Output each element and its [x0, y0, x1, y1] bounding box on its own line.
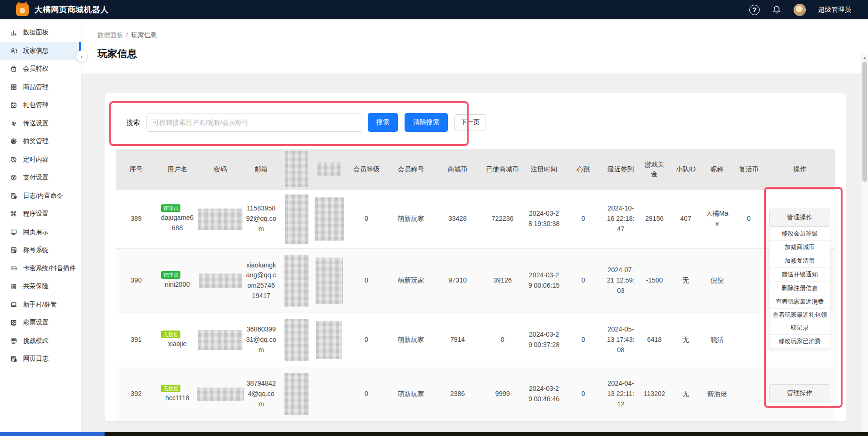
- topbar: 大橘网页商城机器人 ? 超级管理员: [0, 0, 868, 19]
- operations-menu-item[interactable]: 删除注册信息: [770, 282, 830, 295]
- breadcrumb-current: 玩家信息: [131, 31, 157, 40]
- sidebar-item-9[interactable]: 支付设置: [0, 169, 81, 187]
- cell-member-level-text: 0: [365, 275, 368, 286]
- operations-menu-item[interactable]: 加减复活币: [770, 254, 830, 268]
- cell-team-id: 407: [670, 190, 701, 248]
- cell-used-coins: 0: [481, 313, 524, 367]
- operations-menu-item[interactable]: 查看玩家最近消费: [770, 295, 830, 309]
- sidebar-item-label: 程序设置: [23, 210, 49, 218]
- vertical-scrollbar[interactable]: ▲: [861, 54, 868, 432]
- sidebar-item-label: 数据面板: [23, 28, 49, 37]
- sidebar-item-4[interactable]: 商品管理: [0, 78, 81, 97]
- help-icon[interactable]: ?: [749, 5, 760, 15]
- manage-operations-button[interactable]: 管理操作: [769, 209, 830, 226]
- table-row: 390管理员nini2000xiaokangkang@qq.com2574619…: [116, 248, 835, 313]
- sidebar-item-14[interactable]: 卡密系统/抖音插件: [0, 259, 81, 278]
- cell-member-title-text: 萌新玩家: [398, 275, 424, 286]
- operations-menu-item[interactable]: 查看玩家最近礼包领取记录: [770, 309, 830, 335]
- sidebar-item-16[interactable]: 新手村/群管: [0, 296, 81, 314]
- wheel-icon: [9, 137, 17, 145]
- sidebar-item-10[interactable]: 日志/内置命令: [0, 187, 81, 205]
- operations-menu-item[interactable]: 修改会员等级: [770, 227, 830, 241]
- table-header-cell: 密码: [198, 149, 242, 189]
- clear-search-button[interactable]: 清除搜索: [405, 113, 448, 132]
- cell-seq-text: 390: [130, 275, 141, 286]
- cell-game-usd: 29156: [639, 190, 670, 248]
- operations-menu-item[interactable]: 修改玩家已消费: [770, 335, 830, 348]
- table-header-cell: [280, 149, 313, 189]
- sidebar-item-5[interactable]: 礼包管理: [0, 96, 81, 114]
- operations-menu-item[interactable]: 赠送开锁通知: [770, 268, 830, 282]
- cell-coins-text: 7914: [450, 335, 465, 345]
- cell-heartbeat: 0: [564, 190, 603, 248]
- scroll-up-arrow-icon[interactable]: ▲: [861, 54, 868, 61]
- cell-email-text: 3686039931@qq.com: [246, 324, 276, 355]
- cell-used-coins: 9999: [481, 367, 524, 421]
- blurred-value: [284, 255, 309, 307]
- sidebar-item-6[interactable]: 传送设置: [0, 114, 81, 133]
- laptop-icon: [9, 300, 17, 308]
- main-area: 数据面板 / 玩家信息 玩家信息 搜索 搜索 清除搜索 下一页: [81, 19, 868, 436]
- cell-last-signin: 2024-04-13 22:11:12: [603, 367, 639, 421]
- command-icon: [9, 210, 17, 218]
- blurred-value: [316, 258, 343, 304]
- cell-team-id-text: 无: [682, 275, 689, 286]
- cell-game-usd: 113202: [639, 367, 670, 421]
- sidebar-item-7[interactable]: 抽奖管理: [0, 132, 81, 151]
- operations-menu-item[interactable]: 加减商城币: [770, 241, 830, 254]
- sidebar-item-19[interactable]: 网页日志: [0, 350, 81, 368]
- cell-blurred-1: [280, 367, 313, 421]
- search-button[interactable]: 搜索: [368, 113, 398, 132]
- sidebar-item-label: 日志/内置命令: [23, 192, 63, 200]
- bar-chart-icon: [9, 29, 17, 37]
- username-text: dajugame6688: [160, 213, 195, 233]
- ticket-icon: [9, 319, 17, 327]
- sidebar-item-12[interactable]: 网页展示: [0, 223, 81, 242]
- sidebar-item-17[interactable]: 彩票设置: [0, 314, 81, 332]
- next-page-button[interactable]: 下一页: [454, 114, 486, 130]
- cell-password: [198, 249, 242, 313]
- content-card: 搜索 搜索 清除搜索 下一页 序号用户名密码邮箱会员等级会员称号商城币已使商城币…: [105, 93, 846, 421]
- sidebar-item-label: 定时内容: [23, 155, 49, 164]
- manage-operations-button[interactable]: 管理操作: [769, 384, 830, 402]
- cell-member-level: 0: [345, 249, 388, 313]
- sidebar-item-18[interactable]: 挑战模式: [0, 332, 81, 350]
- blurred-value: [285, 194, 308, 244]
- sidebar-item-1[interactable]: 数据面板: [0, 24, 81, 42]
- monitor-icon: [9, 228, 17, 236]
- cell-nickname-text: 倪倪: [711, 275, 724, 286]
- cell-coins: 97310: [434, 249, 481, 313]
- cell-member-level-text: 0: [365, 335, 368, 345]
- cell-used-coins-text: 0: [501, 335, 504, 345]
- cell-heartbeat: 0: [564, 249, 603, 313]
- sidebar-item-3[interactable]: 会员特权: [0, 60, 81, 78]
- avatar[interactable]: [794, 4, 806, 16]
- cell-nickname-text: 晓洁: [711, 335, 724, 345]
- admin-role-label: 超级管理员: [818, 6, 851, 14]
- sidebar-item-11[interactable]: 程序设置: [0, 205, 81, 223]
- cell-team-id-text: 407: [680, 214, 691, 224]
- cell-registered-time-text: 2024-03-29 00:06:15: [528, 270, 560, 291]
- cell-blurred-2: [313, 190, 345, 248]
- cell-member-level: 0: [345, 313, 388, 367]
- scrollbar-thumb[interactable]: [862, 62, 867, 182]
- cell-member-title-text: 萌新玩家: [398, 214, 424, 224]
- sidebar-collapse-button[interactable]: ‹: [76, 50, 88, 62]
- sidebar-item-13[interactable]: 称号系统: [0, 241, 81, 259]
- cell-email-text: xiaokangkang@qq.com2574619417: [246, 260, 276, 301]
- cell-heartbeat: 0: [564, 313, 603, 367]
- search-input[interactable]: [146, 113, 362, 132]
- cell-blurred-2: [313, 313, 345, 367]
- cell-member-title-text: 萌新玩家: [398, 335, 424, 345]
- cell-member-title: 萌新玩家: [388, 249, 434, 313]
- sidebar-item-label: 抽奖管理: [23, 137, 49, 145]
- sidebar-item-2[interactable]: 玩家信息: [0, 42, 81, 60]
- sidebar-item-label: 挑战模式: [23, 337, 49, 345]
- table-row: 392无数据hcc1118387948424@qq.com0萌新玩家238699…: [116, 367, 835, 421]
- breadcrumb-parent[interactable]: 数据面板: [97, 31, 123, 40]
- table-header-cell: [313, 149, 345, 189]
- sidebar-item-15[interactable]: 共荣保险: [0, 277, 81, 296]
- blurred-header: [317, 162, 341, 176]
- sidebar-item-8[interactable]: 定时内容: [0, 151, 81, 169]
- notification-bell-icon[interactable]: [772, 5, 781, 15]
